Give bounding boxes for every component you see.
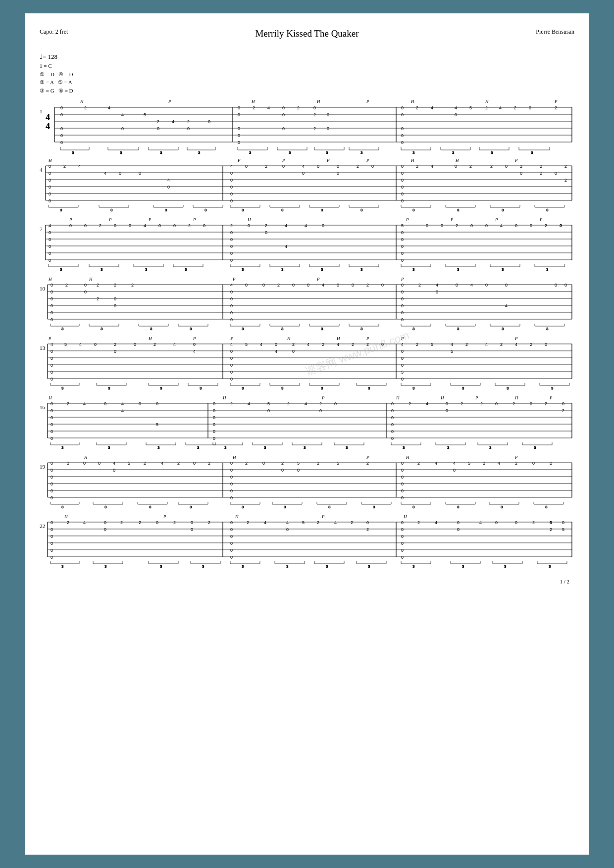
svg-text:0: 0	[391, 401, 394, 406]
svg-text:4: 4	[453, 461, 456, 466]
svg-text:3: 3	[242, 564, 244, 569]
svg-text:2: 2	[177, 461, 180, 466]
svg-text:4: 4	[79, 342, 82, 347]
svg-text:4: 4	[499, 105, 502, 110]
svg-text:0: 0	[485, 283, 488, 288]
svg-text:P: P	[316, 277, 320, 282]
svg-text:0: 0	[230, 289, 233, 294]
svg-text:4: 4	[500, 223, 503, 228]
svg-text:0: 0	[562, 520, 564, 525]
svg-text:0: 0	[313, 105, 316, 110]
svg-text:0: 0	[49, 244, 51, 249]
svg-text:H: H	[403, 514, 407, 519]
svg-text:5: 5	[451, 349, 453, 354]
svg-text:2: 2	[560, 223, 562, 228]
svg-text:0: 0	[158, 223, 161, 228]
svg-text:H: H	[410, 99, 414, 104]
svg-text:0: 0	[114, 296, 116, 301]
svg-text:0: 0	[49, 237, 51, 242]
svg-text:0: 0	[562, 401, 564, 406]
svg-text:2: 2	[469, 164, 472, 169]
svg-text:2: 2	[366, 527, 369, 532]
svg-text:5: 5	[144, 112, 146, 117]
svg-text:0: 0	[515, 520, 517, 525]
svg-text:0: 0	[292, 283, 295, 288]
svg-text:0: 0	[230, 482, 233, 486]
svg-text:H: H	[316, 99, 320, 104]
svg-text:3: 3	[360, 150, 363, 155]
svg-text:2: 2	[562, 408, 564, 413]
svg-text:3: 3	[242, 505, 244, 509]
svg-text:2: 2	[277, 283, 280, 288]
svg-text:0: 0	[505, 164, 508, 169]
svg-text:3: 3	[242, 208, 244, 212]
svg-text:4: 4	[455, 105, 457, 110]
svg-text:0: 0	[51, 482, 53, 486]
svg-text:2: 2	[500, 342, 503, 347]
svg-text:4: 4	[485, 342, 488, 347]
svg-text:2: 2	[564, 164, 567, 169]
svg-text:3: 3	[202, 564, 205, 569]
svg-text:5: 5	[302, 520, 305, 525]
svg-text:0: 0	[401, 468, 404, 473]
svg-text:0: 0	[401, 527, 404, 532]
svg-text:0: 0	[401, 105, 404, 110]
svg-text:H: H	[514, 395, 518, 400]
svg-text:4: 4	[144, 223, 146, 228]
svg-text:0: 0	[49, 171, 51, 176]
svg-text:13: 13	[40, 345, 46, 351]
svg-text:0: 0	[156, 520, 158, 525]
svg-text:3: 3	[491, 150, 493, 155]
svg-text:2: 2	[97, 283, 99, 288]
svg-text:0: 0	[213, 422, 215, 427]
svg-text:P: P	[321, 514, 325, 519]
svg-text:3: 3	[412, 327, 415, 331]
tablature-container: 1 4 4	[40, 98, 574, 855]
svg-text:0: 0	[230, 296, 233, 301]
svg-text:P: P	[148, 217, 152, 222]
svg-text:P: P	[450, 217, 454, 222]
svg-text:3: 3	[242, 327, 244, 331]
svg-text:3: 3	[281, 208, 284, 212]
svg-text:5: 5	[64, 342, 67, 347]
svg-text:0: 0	[49, 230, 51, 235]
svg-text:0: 0	[446, 401, 448, 406]
svg-text:2: 2	[319, 401, 322, 406]
svg-text:0: 0	[134, 342, 136, 347]
svg-text:4: 4	[498, 461, 500, 466]
svg-text:0: 0	[401, 488, 404, 493]
svg-text:3: 3	[101, 267, 103, 272]
svg-text:0: 0	[230, 377, 233, 382]
svg-text:3: 3	[284, 505, 286, 509]
svg-text:0: 0	[446, 408, 448, 413]
svg-text:2: 2	[545, 401, 547, 406]
svg-text:0: 0	[401, 534, 404, 539]
svg-text:0: 0	[520, 171, 522, 176]
svg-text:3: 3	[104, 564, 107, 569]
capo-label: Capo: 2 fret	[40, 28, 68, 36]
svg-text:2: 2	[292, 342, 295, 347]
svg-text:4: 4	[334, 520, 337, 525]
svg-text:3: 3	[368, 386, 370, 390]
svg-text:0: 0	[230, 192, 233, 196]
svg-text:0: 0	[230, 317, 233, 322]
svg-text:0: 0	[401, 230, 404, 235]
svg-text:0: 0	[282, 105, 285, 110]
song-title: Merrily Kissed The Quaker	[40, 28, 574, 39]
svg-text:3: 3	[551, 386, 554, 390]
svg-text:0: 0	[139, 401, 141, 406]
svg-text:2: 2	[490, 164, 493, 169]
svg-text:3: 3	[197, 445, 200, 450]
svg-text:0: 0	[193, 342, 196, 347]
svg-text:0: 0	[208, 119, 210, 124]
svg-text:0: 0	[51, 495, 53, 500]
svg-text:2: 2	[532, 520, 535, 525]
svg-text:0: 0	[230, 237, 233, 242]
svg-text:3: 3	[502, 208, 504, 212]
svg-text:P: P	[539, 217, 543, 222]
svg-text:0: 0	[401, 258, 404, 263]
svg-text:0: 0	[401, 520, 404, 525]
svg-text:0: 0	[401, 349, 404, 354]
svg-text:2: 2	[317, 520, 319, 525]
svg-text:4: 4	[426, 401, 428, 406]
